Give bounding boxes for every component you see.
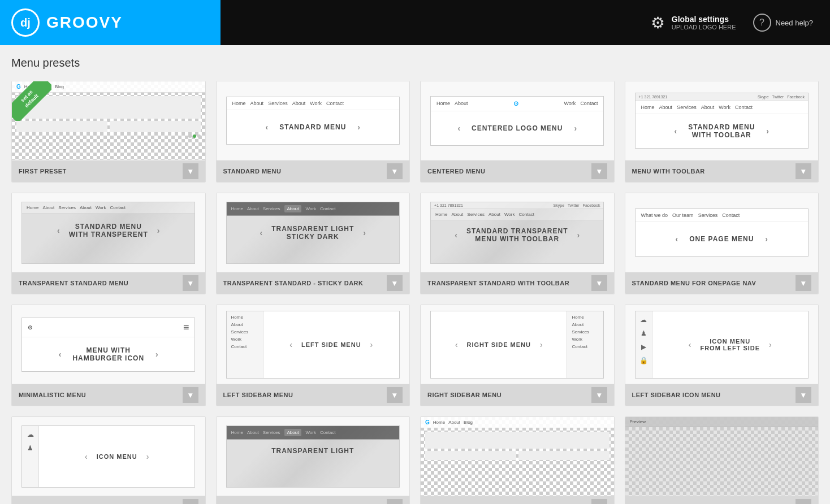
mock-transparent-nav-toolbar: Home About Services About Work Contact bbox=[431, 209, 603, 220]
icon-chess: ♟ bbox=[641, 329, 647, 337]
nav-arrow-right[interactable]: › bbox=[370, 340, 373, 349]
preset-dropdown-btn[interactable]: ▾ bbox=[387, 499, 403, 504]
preset-dropdown-btn[interactable]: ▾ bbox=[183, 387, 198, 403]
preset-preview-onepage: What we do Our team Services Contact ‹ O… bbox=[625, 193, 819, 272]
preset-dropdown-btn[interactable]: ▾ bbox=[796, 499, 811, 504]
preset-preview-standard: Home About Services About Work Contact ‹… bbox=[217, 81, 410, 160]
nav-arrow-right[interactable]: › bbox=[357, 123, 360, 132]
preset-preview-sticky-dark: Home About Services About Work Contact ‹… bbox=[217, 193, 410, 272]
nav-arrow-left[interactable]: ‹ bbox=[260, 228, 263, 237]
nav-arrow-right[interactable]: › bbox=[577, 231, 580, 240]
preset-label-standard: STANDARD MENU ▾ bbox=[217, 160, 410, 182]
nav-arrow-left[interactable]: ‹ bbox=[57, 226, 60, 235]
preset-card-toolbar: +1 321 7891321 Skype Twitter Facebook Ho… bbox=[625, 81, 819, 183]
preset-dropdown-btn[interactable]: ▾ bbox=[591, 163, 607, 179]
nav-arrow-left[interactable]: ‹ bbox=[675, 127, 677, 136]
mock-icon-menu-content: ‹ ICON MENU › bbox=[39, 426, 194, 487]
mock-transparent-standard: Home About Services About Work Contact ‹… bbox=[21, 202, 195, 264]
label-text: STANDARD MENU bbox=[223, 168, 282, 175]
nav-arrow-right[interactable]: › bbox=[363, 228, 366, 237]
preset-card-sticky-dark: Home About Services About Work Contact ‹… bbox=[216, 193, 410, 294]
nav-arrow-left[interactable]: ‹ bbox=[455, 231, 457, 240]
mock-sidebar-left: Home About Services Work Contact ‹ LEFT … bbox=[226, 311, 400, 379]
preset-label-checker2: PRESET 15 ▾ bbox=[421, 496, 614, 504]
preset-dropdown-btn[interactable]: ▾ bbox=[387, 275, 403, 291]
preset-card-checker2: G HomeAboutBlog PRESET 15 bbox=[420, 416, 615, 504]
nav-arrow-right[interactable]: › bbox=[155, 350, 158, 359]
preset-preview-checker2: G HomeAboutBlog bbox=[421, 417, 614, 496]
mock-sidebar-right: ‹ RIGHT SIDE MENU › Home About Services … bbox=[430, 311, 604, 379]
nav-arrow-right[interactable]: › bbox=[146, 452, 149, 461]
preset-label-toolbar: MENU WITH TOOLBAR ▾ bbox=[625, 160, 819, 182]
preset-label-first: FIRST PRESET ▾ bbox=[12, 160, 205, 182]
preset-dropdown-btn[interactable]: ▾ bbox=[183, 275, 198, 291]
mock-toolbar-bar: +1 321 7891321 Skype Twitter Facebook bbox=[636, 93, 808, 101]
preset-card-hamburger: ⊙ ≡ ‹ MENU WITHHAMBURGER ICON › MINIMALI… bbox=[11, 305, 206, 406]
global-settings-button[interactable]: ⚙ Global settings UPLOAD LOGO HERE bbox=[651, 14, 736, 32]
help-icon: ? bbox=[753, 14, 771, 32]
preset-preview-hamburger: ⊙ ≡ ‹ MENU WITHHAMBURGER ICON › bbox=[12, 305, 205, 384]
preset-label-icon-menu: ICON MENU ▾ bbox=[12, 496, 205, 504]
nav-arrow-left[interactable]: ‹ bbox=[85, 452, 88, 461]
mock-nav-centered: Home About ⊙ Work Contact ‹ CENTERED LOG… bbox=[430, 96, 604, 146]
preset-card-first: set asdefault G HomeAboutBlog bbox=[11, 81, 206, 183]
nav-arrow-left[interactable]: ‹ bbox=[59, 350, 62, 359]
label-text: TRANSPARENT STANDARD WITH TOOLBAR bbox=[427, 280, 569, 286]
preset-dropdown-btn[interactable]: ▾ bbox=[591, 499, 607, 504]
nav-arrow-left[interactable]: ‹ bbox=[457, 124, 460, 133]
nav-arrow-left[interactable]: ‹ bbox=[289, 340, 292, 349]
nav-arrow-right[interactable]: › bbox=[766, 127, 769, 136]
preset-dropdown-btn[interactable]: ▾ bbox=[387, 387, 403, 403]
nav-arrow-right[interactable]: › bbox=[540, 340, 543, 349]
nav-arrow-right[interactable]: › bbox=[765, 234, 768, 244]
preset-preview-icon-menu: ☁ ♟ ‹ ICON MENU › bbox=[12, 417, 205, 496]
mock-sidebar-right-nav: Home About Services Work Contact bbox=[567, 311, 603, 378]
preset-dropdown-btn[interactable]: ▾ bbox=[591, 387, 607, 403]
preset-preview-centered: Home About ⊙ Work Contact ‹ CENTERED LOG… bbox=[421, 81, 614, 160]
nav-arrow-right[interactable]: › bbox=[769, 340, 772, 349]
preset-dropdown-btn[interactable]: ▾ bbox=[796, 275, 811, 291]
preset-dropdown-btn[interactable]: ▾ bbox=[796, 163, 811, 179]
settings-title: Global settings bbox=[672, 15, 736, 24]
mock-nav-standard: Home About Services About Work Contact ‹… bbox=[226, 97, 400, 145]
mock-icon-sidebar-content: ‹ ICON MENUFROM LEFT SIDE › bbox=[652, 311, 808, 378]
nav-arrow-left[interactable]: ‹ bbox=[266, 123, 269, 132]
mock-transparent-light-nav: Home About Services About Work Contact bbox=[227, 426, 399, 440]
preset-card-right-sidebar: ‹ RIGHT SIDE MENU › Home About Services … bbox=[420, 305, 615, 406]
label-text: LEFT SIDEBAR MENU bbox=[223, 392, 293, 398]
preset-dropdown-btn[interactable]: ▾ bbox=[387, 163, 403, 179]
preset-dropdown-btn[interactable]: ▾ bbox=[591, 275, 607, 291]
need-help-button[interactable]: ? Need help? bbox=[753, 14, 814, 32]
nav-arrow-left[interactable]: ‹ bbox=[676, 234, 678, 244]
preset-label-transparent-light: TRANSPARENT LIGHT ▾ bbox=[217, 496, 410, 504]
preset-preview-transparent: Home About Services About Work Contact ‹… bbox=[12, 193, 205, 272]
page-title: Menu presets bbox=[11, 57, 819, 69]
preset-label-sticky-dark: TRANSPARENT STANDARD - STICKY DARK ▾ bbox=[217, 272, 410, 294]
preset-dropdown-btn[interactable]: ▾ bbox=[183, 499, 198, 504]
preset-preview-icon-sidebar: ☁ ♟ ▶ 🔒 ‹ ICON MENUFROM LEFT SIDE › bbox=[625, 305, 819, 384]
header: dj GROOVY ⚙ Global settings UPLOAD LOGO … bbox=[0, 0, 830, 45]
settings-icon: ⚙ bbox=[651, 14, 665, 32]
mock-nav-bar-onepage: What we do Our team Services Contact bbox=[636, 209, 808, 222]
preset-card-icon-menu: ☁ ♟ ‹ ICON MENU › ICON MENU ▾ bbox=[11, 416, 206, 504]
icon-cloud: ☁ bbox=[640, 316, 647, 324]
preset-label-right-sidebar: RIGHT SIDEBAR MENU ▾ bbox=[421, 384, 614, 406]
nav-arrow-right[interactable]: › bbox=[574, 124, 577, 133]
mock-transparent-nav: Home About Services About Work Contact bbox=[22, 202, 194, 214]
label-text: RIGHT SIDEBAR MENU bbox=[427, 392, 502, 398]
nav-arrow-right[interactable]: › bbox=[157, 226, 160, 235]
mock-sidebar-nav: Home About Services Work Contact bbox=[227, 311, 263, 378]
preset-card-left-sidebar: Home About Services Work Contact ‹ LEFT … bbox=[216, 305, 410, 406]
nav-arrow-left[interactable]: ‹ bbox=[455, 340, 458, 349]
preset-dropdown-btn[interactable]: ▾ bbox=[796, 387, 811, 403]
preset-card-centered: Home About ⊙ Work Contact ‹ CENTERED LOG… bbox=[420, 81, 615, 183]
label-text: CENTERED MENU bbox=[427, 168, 485, 175]
presets-grid: set asdefault G HomeAboutBlog bbox=[11, 81, 819, 504]
preset-card-checker3: Preview PRESET 16 ▾ bbox=[625, 416, 819, 504]
nav-arrow-left[interactable]: ‹ bbox=[689, 340, 691, 349]
preset-dropdown-btn[interactable]: ▾ bbox=[183, 163, 198, 179]
preset-card-transparent-toolbar: +1 321 7891321 Skype Twitter Facebook Ho… bbox=[420, 193, 615, 294]
mock-icon-menu-container: ☁ ♟ ‹ ICON MENU › bbox=[21, 425, 195, 488]
preset-label-transparent: TRANSPARENT STANDARD MENU ▾ bbox=[12, 272, 205, 294]
preset-preview-toolbar: +1 321 7891321 Skype Twitter Facebook Ho… bbox=[625, 81, 819, 160]
